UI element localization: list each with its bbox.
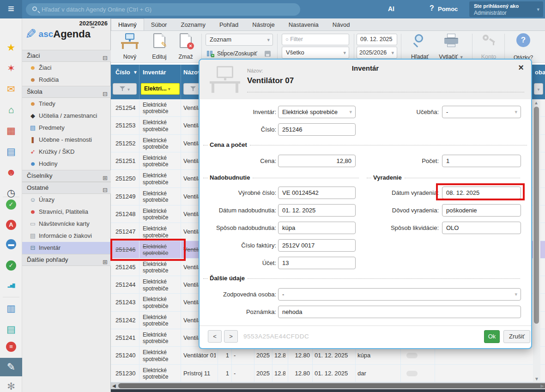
scroll-left-icon[interactable]: ◀ — [112, 383, 116, 388]
view-mode-select[interactable]: Zoznam▾ — [206, 34, 273, 46]
wizard-icon[interactable]: ✶ — [0, 61, 22, 75]
filter-button-cislo[interactable]: ▾ — [113, 83, 137, 95]
tab-zoznamy[interactable]: Zoznamy — [174, 19, 212, 31]
scroll-up-icon[interactable]: ▲ — [534, 100, 539, 105]
table-row-251230[interactable]: 251230Elektrické spotrebičePrístroj 111-… — [111, 365, 545, 382]
scope-select[interactable]: Všetko▾ — [282, 47, 349, 59]
print-button[interactable]: Vytlačiť ▼ — [435, 33, 467, 61]
column-header-cislo[interactable]: Číslo — [115, 69, 130, 76]
datum-nadobudnutia-input[interactable]: 01. 12. 2025 — [278, 204, 356, 217]
bar-chart-icon[interactable]: ▂▅█ — [0, 279, 22, 293]
cislo-input[interactable]: 251246 — [278, 123, 356, 136]
cancel-button[interactable]: Zrušiť — [503, 330, 530, 343]
sidebar-group-5[interactable]: Ďalšie pohľady⊞ — [22, 254, 111, 266]
questions-button[interactable]: ? Otázky? — [509, 33, 538, 61]
poznamka-input[interactable]: nehoda — [278, 306, 521, 318]
columns-group-button[interactable]: + Stĺpce/Zoskupiť — [206, 48, 273, 60]
sidebar-item-u-ebne-miestnosti[interactable]: ❚Učebne - miestnosti — [22, 134, 111, 146]
ucet-input[interactable]: 13 — [278, 257, 356, 269]
ok-button[interactable]: Ok — [484, 330, 500, 343]
messages-icon[interactable]: ≡ — [6, 342, 16, 352]
sidebar-item-rodi-ia[interactable]: ☻Rodičia — [22, 74, 111, 86]
sidebar-item-hodiny[interactable]: ☻Hodiny — [22, 158, 111, 170]
sort-desc-icon[interactable]: ▼ — [133, 70, 138, 75]
tab-n-vod[interactable]: Návod — [326, 19, 357, 31]
tab-poh-ad[interactable]: Pohľad — [212, 19, 245, 31]
global-search-input[interactable]: Hľadať v dátach Agendy Online (Ctrl + G) — [26, 3, 300, 16]
account-button[interactable]: Konto — [477, 33, 501, 61]
tab-s-bor[interactable]: Súbor — [144, 19, 174, 31]
timetable-icon[interactable]: ▦ — [0, 124, 22, 138]
schedule-icon[interactable]: ◷ — [0, 186, 22, 200]
shield-check-icon[interactable]: ✓ — [6, 260, 16, 271]
find-button[interactable]: Hľadať — [406, 33, 434, 61]
check-circle-icon[interactable]: ✓ — [6, 199, 16, 210]
vertical-scrollbar-thumb[interactable] — [534, 107, 539, 324]
collapse-toggle-icon[interactable]: ⊞ — [103, 257, 108, 268]
inventar-select[interactable]: Elektrické spotrebiče▾ — [278, 106, 356, 118]
sposob-likvidacie-input[interactable]: OLO — [442, 222, 521, 234]
dovod-vyradenia-input[interactable]: poškodenie — [442, 204, 521, 217]
sidebar-group-4[interactable]: Ostatné⊟ — [22, 182, 111, 194]
sidebar-item-n-v-tevn-cke-karty[interactable]: ▭Návštevnícke karty — [22, 218, 111, 230]
sidebar-group-2[interactable]: Škola⊟ — [22, 86, 111, 98]
sidebar-item-kr-ky-kd[interactable]: ➶Krúžky / ŠKD — [22, 146, 111, 158]
vertical-scrollbar[interactable]: ▲ ▼ — [533, 99, 540, 382]
notebook-icon[interactable]: ▤ — [0, 145, 22, 158]
year-select[interactable]: 2025/2026▾ — [357, 47, 397, 59]
filter-input[interactable]: ○ Filter — [282, 34, 349, 45]
scroll-right-icon[interactable]: ▶ — [540, 383, 544, 388]
vyrobne-cislo-input[interactable]: VE 00124542 — [278, 187, 356, 199]
cislo-faktury-input[interactable]: 2512V 0017 — [278, 239, 356, 252]
date-input[interactable]: 09. 12. 2025 — [357, 34, 397, 45]
help-button[interactable]: Pomoc — [438, 6, 458, 12]
tab-hlavn-[interactable]: Hlavný — [111, 18, 144, 30]
hamburger-menu-icon[interactable]: ≡ — [0, 0, 22, 18]
close-icon[interactable]: × — [518, 62, 524, 73]
ai-button[interactable]: AI — [388, 5, 394, 12]
pocet-input[interactable]: 1 — [442, 155, 521, 167]
mail-icon[interactable]: ✉ — [0, 82, 22, 96]
column-header-inventar[interactable]: Inventár — [143, 69, 166, 76]
logged-in-user-menu[interactable]: Ste prihlásený ako Administrátor ▾ — [469, 1, 543, 17]
briefcase-icon[interactable]: ▬ — [6, 239, 16, 249]
filter-button-partial[interactable]: ▾ — [534, 83, 543, 95]
save-layout-icon[interactable] — [265, 51, 271, 57]
sidebar-item-triedy[interactable]: ☻Triedy — [22, 98, 111, 110]
home-icon[interactable]: ⌂ — [0, 103, 22, 117]
sidebar-item--razy[interactable]: ☺Úrazy — [22, 194, 111, 206]
sidebar-group-1[interactable]: Žiaci⊟ — [22, 50, 111, 62]
sidebar-group-3[interactable]: Číselníky⊞ — [22, 170, 111, 182]
prev-record-button[interactable]: < — [208, 330, 222, 343]
sidebar-item-predmety[interactable]: ▤Predmety — [22, 122, 111, 134]
delete-button[interactable]: × Zmaž — [175, 33, 197, 61]
ucebna-select[interactable]: -▾ — [442, 106, 521, 118]
scroll-down-icon[interactable]: ▼ — [534, 376, 539, 381]
sidebar-item--iaci[interactable]: ☻Žiaci — [22, 62, 111, 74]
horizontal-scrollbar-thumb[interactable] — [118, 383, 545, 388]
tab-n-stroje[interactable]: Nástroje — [245, 19, 281, 31]
sidebar-item-stravn-ci-platitelia[interactable]: ☻Stravníci, Platitelia — [22, 206, 111, 218]
grades-icon[interactable]: A — [6, 220, 16, 230]
edit-button[interactable]: ✎ Edituj — [147, 33, 172, 61]
tab-nastavenia[interactable]: Nastavenia — [282, 19, 326, 31]
help-question-icon[interactable]: ? — [430, 4, 434, 12]
library-icon[interactable]: ▥ — [0, 302, 22, 315]
new-button[interactable]: Nový — [116, 33, 143, 61]
zodpovedna-osoba-select[interactable]: -▾ — [278, 288, 521, 301]
filter-chip-inventar[interactable]: Elektri...▾ — [141, 83, 180, 95]
next-record-button[interactable]: > — [224, 330, 238, 343]
favorites-icon[interactable]: ★ — [0, 41, 22, 54]
sidebar-item-invent-r[interactable]: ⊟Inventár — [22, 242, 111, 254]
settings-gear-icon[interactable]: ✻ — [0, 380, 22, 392]
person-pin-icon[interactable]: ☻ — [0, 165, 22, 179]
agenda-pen-icon[interactable]: ✎ — [0, 358, 22, 376]
sidebar-item-inform-cie-o-iakovi[interactable]: ▤Informácie o žiakovi — [22, 230, 111, 242]
name-value[interactable]: Ventilátor 07 — [247, 76, 294, 85]
horizontal-scrollbar[interactable]: ◀ ▶ — [111, 382, 545, 389]
sposob-nadobudnutia-input[interactable]: kúpa — [278, 222, 356, 234]
documents-icon[interactable]: ▤ — [0, 322, 22, 336]
sidebar-item-u-itelia-zamestnanci[interactable]: ◆Učitelia / zamestnanci — [22, 110, 111, 122]
table-row-251240[interactable]: 251240Elektrické spotrebičeVentilátor 01… — [111, 347, 545, 364]
cena-input[interactable]: 12,80 — [278, 155, 356, 167]
